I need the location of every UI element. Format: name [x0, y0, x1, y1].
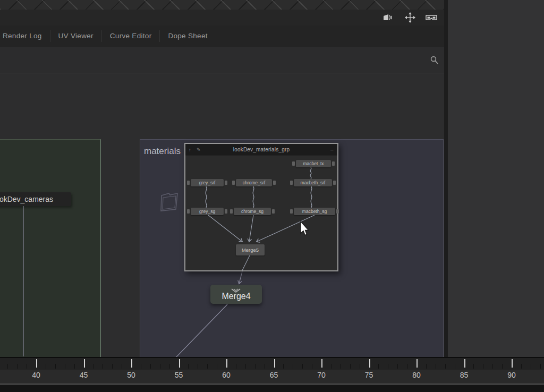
- timeline-minor-tick: [112, 364, 113, 369]
- timeline-major-tick: [416, 359, 418, 368]
- timeline-major-tick: [226, 359, 227, 368]
- timeline-minor-tick: [312, 364, 312, 369]
- timeline-minor-tick: [302, 364, 303, 369]
- timeline-minor-tick: [540, 364, 541, 369]
- timeline-divider: [0, 384, 544, 385]
- subnet-node-macbet_tx[interactable]: macbet_tx: [296, 160, 331, 167]
- timeline-major-tick: [36, 359, 37, 368]
- timeline-minor-tick: [169, 364, 170, 369]
- timeline-minor-tick: [360, 364, 360, 369]
- timeline-minor-tick: [341, 364, 341, 369]
- timeline-major-tick: [464, 359, 465, 368]
- timeline-frame-label: 85: [448, 371, 480, 379]
- timeline-minor-tick: [445, 364, 446, 369]
- network-box-label: materials: [144, 146, 181, 157]
- folder-icon: [158, 191, 182, 215]
- timeline-frame-label: 50: [115, 371, 147, 379]
- timeline-minor-tick: [255, 364, 256, 369]
- timeline-major-tick: [131, 359, 132, 368]
- timeline-minor-tick: [407, 364, 407, 369]
- timeline-frame-label: 80: [401, 371, 432, 379]
- timeline-frame-label: 70: [305, 371, 337, 379]
- timeline-major-tick: [84, 359, 85, 368]
- tab-curve-editor[interactable]: Curve Editor: [102, 25, 160, 47]
- timeline-frame-label: 55: [163, 371, 195, 379]
- timeline-frame-label: 75: [353, 371, 385, 379]
- timeline-minor-tick: [74, 364, 75, 369]
- timeline-minor-tick: [492, 364, 493, 369]
- timeline-minor-tick: [46, 364, 46, 369]
- timeline-minor-tick: [397, 364, 398, 369]
- timeline-minor-tick: [160, 364, 160, 369]
- timeline-minor-tick: [65, 364, 65, 369]
- timeline-major-tick: [512, 359, 513, 368]
- subnet-node-macbeth_sg[interactable]: macbeth_sg: [294, 208, 335, 215]
- timeline-major-tick: [274, 359, 275, 368]
- viewport-bottom-edge: [0, 0, 444, 10]
- timeline-minor-tick: [93, 364, 94, 369]
- timeline-minor-tick: [236, 364, 236, 369]
- timeline-minor-tick: [141, 364, 141, 369]
- timeline-minor-tick: [27, 364, 27, 369]
- timeline-ruler[interactable]: 4045505560657075808590: [0, 357, 544, 392]
- timeline-major-tick: [179, 359, 180, 368]
- timeline-minor-tick: [426, 364, 427, 369]
- timeline-minor-tick: [283, 364, 284, 369]
- panel-titlebar-icons[interactable]: ↑ ✎: [189, 144, 203, 156]
- timeline-minor-tick: [55, 364, 56, 369]
- node-merge4[interactable]: Merge4: [210, 285, 262, 304]
- timeline-minor-tick: [198, 364, 198, 369]
- timeline-minor-tick: [455, 364, 455, 369]
- app-window: Render Log UV Viewer Curve Editor Dope S…: [0, 0, 544, 392]
- pane-tab-bar: Render Log UV Viewer Curve Editor Dope S…: [0, 25, 444, 47]
- tab-render-log[interactable]: Render Log: [0, 25, 50, 47]
- stereo-glasses-icon[interactable]: [425, 13, 438, 22]
- timeline-minor-tick: [521, 364, 522, 369]
- subnet-panel-titlebar[interactable]: ↑ ✎ lookDev_materials_grp −: [185, 144, 337, 156]
- timeline-minor-tick: [17, 364, 18, 369]
- network-box-cameras[interactable]: [0, 139, 101, 357]
- timeline-minor-tick: [122, 364, 122, 369]
- subnet-node-chrome_srf[interactable]: chrome_srf: [236, 179, 272, 186]
- timeline-minor-tick: [207, 364, 208, 369]
- timeline-tick-strip: [0, 358, 544, 370]
- timeline-minor-tick: [436, 364, 436, 369]
- timeline-minor-tick: [7, 364, 8, 369]
- timeline-minor-tick: [473, 364, 474, 369]
- timeline-minor-tick: [217, 364, 217, 369]
- film-slate-icon[interactable]: [382, 13, 395, 22]
- minimize-icon[interactable]: −: [330, 144, 334, 156]
- timeline-minor-tick: [188, 364, 189, 369]
- timeline-major-tick: [321, 359, 322, 368]
- search-icon[interactable]: [429, 55, 440, 68]
- timeline-minor-tick: [103, 364, 103, 369]
- timeline-minor-tick: [150, 364, 151, 369]
- subnet-node-grey_srf[interactable]: grey_srf: [191, 179, 224, 186]
- timeline-frame-label: 65: [258, 371, 290, 379]
- tab-uv-viewer[interactable]: UV Viewer: [50, 25, 101, 47]
- subnet-node-grey_sg[interactable]: grey_sg: [191, 208, 224, 215]
- pan-arrows-icon[interactable]: [404, 13, 416, 22]
- timeline-minor-tick: [502, 364, 503, 369]
- viewer-icon-bar: [0, 10, 444, 25]
- timeline-frame-label: 45: [68, 371, 100, 379]
- timeline-minor-tick: [531, 364, 531, 369]
- tab-dope-sheet[interactable]: Dope Sheet: [160, 25, 215, 47]
- subnet-node-chrome_sg[interactable]: chrome_sg: [234, 208, 271, 215]
- timeline-minor-tick: [378, 364, 379, 369]
- timeline-minor-tick: [388, 364, 388, 369]
- timeline-bottom-strip: [0, 385, 544, 392]
- timeline-minor-tick: [483, 364, 483, 369]
- timeline-major-tick: [369, 359, 370, 368]
- timeline-minor-tick: [265, 364, 265, 369]
- timeline-frame-label: 90: [496, 371, 528, 379]
- pane-divider[interactable]: [444, 0, 448, 357]
- timeline-minor-tick: [350, 364, 351, 369]
- node-lookdev-cameras[interactable]: lookDev_cameras: [0, 192, 71, 206]
- subnet-node-Merge5[interactable]: Merge5: [236, 244, 265, 255]
- subnet-node-macbeth_srf[interactable]: macbeth_srf: [294, 179, 332, 186]
- subnet-panel-title: lookDev_materials_grp: [233, 147, 290, 152]
- timeline-minor-tick: [293, 364, 293, 369]
- right-pane-empty: [448, 0, 544, 357]
- node-input-chevron-icon: [231, 286, 241, 295]
